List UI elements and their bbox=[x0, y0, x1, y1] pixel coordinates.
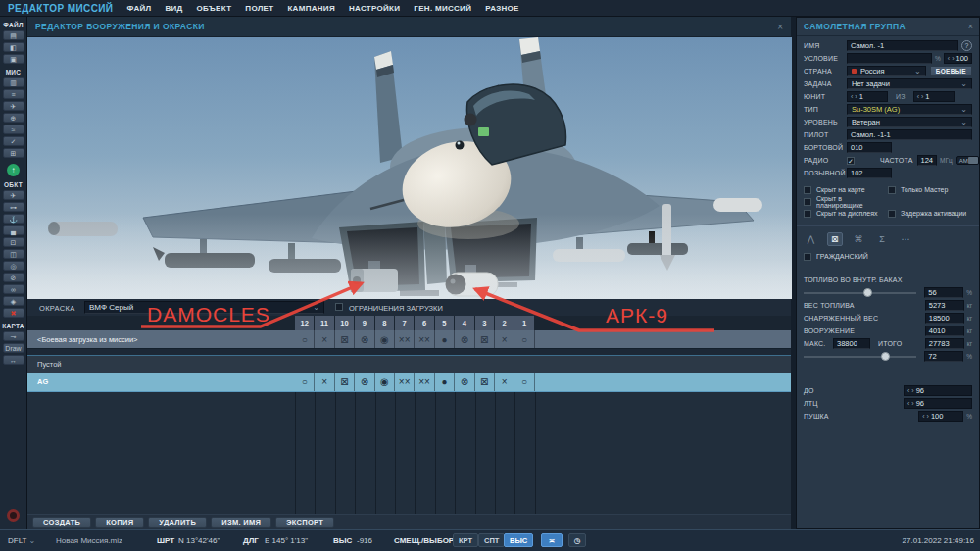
aircraft-3d-viewport[interactable] bbox=[27, 37, 792, 299]
menu-object[interactable]: ОБЪЕКТ bbox=[197, 4, 232, 13]
spinner-left-icon[interactable]: ‹ bbox=[907, 387, 909, 394]
help-icon[interactable]: ? bbox=[961, 40, 972, 51]
pylon-cell[interactable]: ○ bbox=[295, 373, 315, 391]
spinner-right-icon[interactable]: › bbox=[855, 93, 857, 100]
spinner-left-icon[interactable]: ‹ bbox=[851, 93, 853, 100]
shapes-icon[interactable]: ◈ bbox=[3, 296, 24, 306]
altitude-layer-button[interactable]: ВЫС bbox=[504, 533, 533, 547]
close-icon[interactable]: × bbox=[968, 22, 973, 31]
open-mission-icon[interactable]: ◧ bbox=[3, 42, 24, 52]
menu-campaign[interactable]: КАМПАНИЯ bbox=[287, 4, 335, 13]
create-button[interactable]: СОЗДАТЬ bbox=[32, 517, 91, 528]
radio-checkbox[interactable]: ✓ bbox=[847, 157, 855, 165]
pylon-cell[interactable]: ⊗ bbox=[455, 373, 474, 391]
satellite-layer-button[interactable]: СПТ bbox=[478, 533, 505, 547]
spinner-right-icon[interactable]: › bbox=[911, 400, 913, 407]
skill-dropdown[interactable]: Ветеран ⌄ bbox=[847, 117, 972, 127]
menu-misc[interactable]: РАЗНОЕ bbox=[485, 4, 519, 13]
coalition-neutral-icon[interactable]: ↑ bbox=[7, 164, 20, 176]
fuel-slider-knob[interactable] bbox=[863, 288, 872, 297]
delete-object-icon[interactable]: ✖ bbox=[3, 308, 24, 318]
ruler-icon[interactable]: ↔ bbox=[3, 355, 24, 365]
new-mission-icon[interactable]: ▤ bbox=[3, 30, 24, 40]
measure-icon[interactable]: ⊸ bbox=[3, 331, 24, 341]
pylon-cell[interactable]: ○ bbox=[295, 330, 315, 348]
pylon-cell[interactable]: ⊗ bbox=[455, 330, 474, 348]
vehicle-icon[interactable]: ▄ bbox=[3, 225, 24, 235]
condition-spinner[interactable]: ‹ › 100 bbox=[944, 53, 972, 64]
linked-objects-icon[interactable]: ∞ bbox=[3, 284, 24, 294]
group-name-input[interactable]: Самол. -1 bbox=[847, 40, 958, 51]
pylon-cell[interactable]: × bbox=[495, 330, 514, 348]
mission-loadout-row[interactable]: <Боевая загрузка из миссии> ○ × ⊠ ⊗ ◉ ××… bbox=[27, 330, 791, 349]
map-mode-dropdown[interactable]: DFLT ⌄ bbox=[8, 536, 35, 545]
pylon-cell[interactable]: × bbox=[315, 373, 334, 391]
spinner-right-icon[interactable]: › bbox=[952, 55, 954, 62]
pylon-cell[interactable]: ○ bbox=[514, 330, 534, 348]
tab-payload[interactable]: ⊠ bbox=[827, 232, 843, 246]
pylon-cell[interactable]: ×× bbox=[395, 330, 415, 348]
spinner-left-icon[interactable]: ‹ bbox=[922, 413, 924, 420]
targets-icon[interactable]: ⊕ bbox=[3, 113, 24, 123]
hidden-in-planner-checkbox[interactable] bbox=[804, 198, 811, 206]
ship-icon[interactable]: ⚓ bbox=[3, 214, 24, 224]
triggers-icon[interactable]: ⊞ bbox=[3, 148, 24, 158]
ground-units-icon[interactable]: ≡ bbox=[3, 89, 24, 99]
close-icon[interactable]: × bbox=[777, 22, 783, 32]
paint-scheme-dropdown[interactable]: ВМФ Серый ⌄ bbox=[84, 301, 324, 314]
civilian-checkbox[interactable] bbox=[804, 253, 811, 261]
spinner-left-icon[interactable]: ‹ bbox=[948, 55, 950, 62]
pylon-cell[interactable]: ● bbox=[435, 373, 455, 391]
flights-icon[interactable]: ✈ bbox=[3, 101, 24, 111]
pylon-cell[interactable]: ◉ bbox=[375, 330, 395, 348]
load-percent-input[interactable]: 72 bbox=[924, 351, 963, 362]
pylon-cell[interactable]: × bbox=[495, 373, 514, 391]
restricted-icon[interactable]: ⊘ bbox=[3, 273, 24, 282]
task-dropdown[interactable]: Нет задачи ⌄ bbox=[847, 78, 972, 89]
weather-icon[interactable]: ≈ bbox=[3, 125, 24, 134]
battle-countries-button[interactable]: БОЕВЫЕ bbox=[930, 66, 972, 76]
clock-icon[interactable]: ◷ bbox=[568, 533, 586, 547]
tab-route[interactable]: ⋀ bbox=[804, 232, 818, 246]
zone-icon[interactable]: ◎ bbox=[3, 261, 24, 271]
pylon-cell[interactable]: ● bbox=[435, 330, 455, 348]
draw-button[interactable]: Draw bbox=[3, 343, 24, 353]
copy-button[interactable]: КОПИЯ bbox=[95, 517, 144, 528]
pylon-cell[interactable]: ⊗ bbox=[355, 330, 374, 348]
late-activation-checkbox[interactable] bbox=[888, 210, 896, 218]
save-mission-icon[interactable]: ▣ bbox=[3, 54, 24, 64]
record-icon[interactable] bbox=[7, 509, 20, 522]
pylon-cell[interactable]: ⊗ bbox=[355, 373, 374, 391]
menu-file[interactable]: ФАЙЛ bbox=[126, 4, 151, 13]
load-slider[interactable] bbox=[804, 352, 916, 361]
check-mission-icon[interactable]: ✓ bbox=[3, 136, 24, 146]
pylon-cell[interactable]: ×× bbox=[415, 373, 434, 391]
hidden-on-map-checkbox[interactable] bbox=[804, 186, 811, 194]
pylon-cell[interactable]: ×× bbox=[395, 373, 415, 391]
delete-button[interactable]: УДАЛИТЬ bbox=[148, 517, 207, 528]
condition-input[interactable] bbox=[847, 53, 932, 64]
menu-view[interactable]: ВИД bbox=[165, 4, 182, 13]
pilot-name-input[interactable]: Самол. -1-1 bbox=[847, 129, 972, 140]
frequency-input[interactable]: 124 bbox=[917, 155, 938, 166]
pylon-cell[interactable]: ◉ bbox=[375, 373, 395, 391]
hidden-on-mfd-checkbox[interactable] bbox=[804, 210, 811, 218]
pylon-cell[interactable]: × bbox=[315, 330, 334, 348]
tab-aircraft-manage[interactable]: ⌘ bbox=[852, 232, 866, 246]
map-layer-button[interactable]: КРТ bbox=[453, 533, 478, 547]
load-slider-knob[interactable] bbox=[881, 352, 890, 361]
flare-spinner[interactable]: ‹ › 96 bbox=[904, 398, 972, 409]
modulation-toggle[interactable]: АМ bbox=[956, 156, 979, 165]
menu-flight[interactable]: ПОЛЕТ bbox=[245, 4, 273, 13]
template-icon[interactable]: ◫ bbox=[3, 249, 24, 259]
spinner-right-icon[interactable]: › bbox=[927, 413, 929, 420]
mission-options-icon[interactable]: ▥ bbox=[3, 77, 24, 87]
aircraft-type-dropdown[interactable]: Su-30SM (AG) ⌄ bbox=[847, 104, 972, 115]
payload-preset-row[interactable]: Пустой bbox=[27, 355, 791, 373]
spinner-right-icon[interactable]: › bbox=[921, 93, 923, 100]
gun-spinner[interactable]: ‹ › 100 bbox=[918, 411, 963, 422]
pylon-cell[interactable]: ○ bbox=[514, 373, 534, 391]
pylon-cell[interactable]: ⊠ bbox=[475, 373, 495, 391]
master-only-checkbox[interactable] bbox=[888, 186, 896, 194]
fuel-percent-input[interactable]: 56 bbox=[924, 287, 963, 298]
